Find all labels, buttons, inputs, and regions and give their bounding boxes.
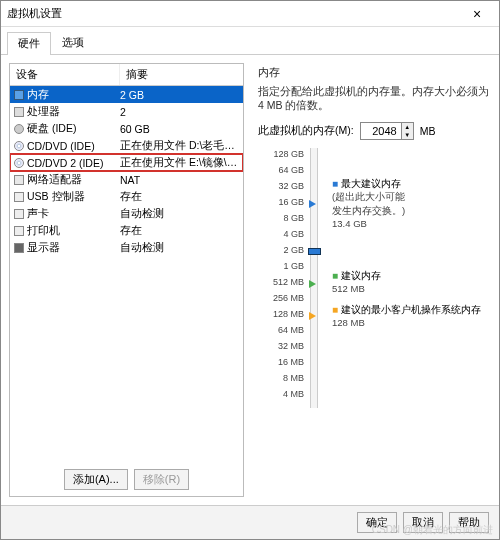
memory-spinner[interactable]: ▲ ▼ — [360, 122, 414, 140]
label-recommended: ■ 建议内存 512 MB — [332, 269, 381, 295]
memory-field-row: 此虚拟机的内存(M): ▲ ▼ MB — [258, 122, 491, 140]
memory-unit: MB — [420, 125, 436, 137]
scale-tick: 8 MB — [283, 373, 304, 383]
ok-button[interactable]: 确定 — [357, 512, 397, 533]
col-device: 设备 — [10, 64, 120, 85]
spinner-arrows: ▲ ▼ — [401, 123, 413, 139]
snd-icon — [14, 209, 24, 219]
device-summary: 存在 — [120, 224, 243, 238]
device-summary: 60 GB — [120, 123, 243, 135]
scale-tick: 512 MB — [273, 277, 304, 287]
device-summary: 自动检测 — [120, 241, 243, 255]
tab-bar: 硬件 选项 — [1, 27, 499, 55]
device-name: CD/DVD 2 (IDE) — [27, 157, 103, 169]
marker-recommended-icon — [309, 280, 316, 288]
close-icon[interactable]: × — [461, 6, 493, 22]
vm-settings-window: 虚拟机设置 × 硬件 选项 设备 摘要 内存2 GB处理器2硬盘 (IDE)60… — [0, 0, 500, 540]
memory-input[interactable] — [361, 123, 401, 139]
marker-guest-min-icon — [309, 312, 316, 320]
device-row[interactable]: CD/DVD 2 (IDE)正在使用文件 E:\镜像\XTC_GH... — [10, 154, 243, 171]
label-max: ■ 最大建议内存 (超出此大小可能 发生内存交换。) 13.4 GB — [332, 178, 405, 231]
device-row[interactable]: 声卡自动检测 — [10, 205, 243, 222]
memory-desc: 指定分配给此虚拟机的内存量。内存大小必须为 4 MB 的倍数。 — [258, 84, 491, 112]
cd-icon — [14, 141, 24, 151]
device-name: 打印机 — [27, 224, 60, 238]
cd-icon — [14, 158, 24, 168]
device-summary: 正在使用文件 D:\老毛桃ISO\La... — [120, 139, 243, 153]
window-title: 虚拟机设置 — [7, 6, 461, 21]
memory-scale: 128 GB64 GB32 GB16 GB8 GB4 GB2 GB1 GB512… — [258, 148, 491, 408]
usb-icon — [14, 192, 24, 202]
device-summary: 正在使用文件 E:\镜像\XTC_GH... — [120, 156, 243, 170]
device-summary: 2 GB — [120, 89, 243, 101]
scale-tick: 32 GB — [278, 181, 304, 191]
prn-icon — [14, 226, 24, 236]
device-name: 处理器 — [27, 105, 60, 119]
device-list-panel: 设备 摘要 内存2 GB处理器2硬盘 (IDE)60 GBCD/DVD (IDE… — [9, 63, 244, 497]
memory-panel: 内存 指定分配给此虚拟机的内存量。内存大小必须为 4 MB 的倍数。 此虚拟机的… — [252, 63, 491, 497]
col-summary: 摘要 — [120, 64, 243, 85]
help-button[interactable]: 帮助 — [449, 512, 489, 533]
scale-tick: 32 MB — [278, 341, 304, 351]
device-row[interactable]: USB 控制器存在 — [10, 188, 243, 205]
device-row[interactable]: CD/DVD (IDE)正在使用文件 D:\老毛桃ISO\La... — [10, 137, 243, 154]
device-grid-body: 内存2 GB处理器2硬盘 (IDE)60 GBCD/DVD (IDE)正在使用文… — [10, 86, 243, 463]
device-summary: 自动检测 — [120, 207, 243, 221]
add-device-button[interactable]: 添加(A)... — [64, 469, 128, 490]
device-name: CD/DVD (IDE) — [27, 140, 95, 152]
scale-tick: 8 GB — [283, 213, 304, 223]
tab-options[interactable]: 选项 — [51, 31, 95, 54]
device-row[interactable]: 网络适配器NAT — [10, 171, 243, 188]
scale-tick: 64 MB — [278, 325, 304, 335]
scale-tick: 16 GB — [278, 197, 304, 207]
tab-hardware[interactable]: 硬件 — [7, 32, 51, 55]
spinner-down-icon[interactable]: ▼ — [402, 131, 413, 139]
memory-field-label: 此虚拟机的内存(M): — [258, 124, 354, 138]
device-row[interactable]: 打印机存在 — [10, 222, 243, 239]
memory-heading: 内存 — [258, 65, 491, 80]
device-summary: 存在 — [120, 190, 243, 204]
device-summary: 2 — [120, 106, 243, 118]
device-row[interactable]: 显示器自动检测 — [10, 239, 243, 256]
device-row[interactable]: 内存2 GB — [10, 86, 243, 103]
device-name: 硬盘 (IDE) — [27, 122, 76, 136]
dialog-footer: 确定 取消 帮助 — [1, 505, 499, 539]
marker-max-icon — [309, 200, 316, 208]
scale-tick: 16 MB — [278, 357, 304, 367]
scale-ticks: 128 GB64 GB32 GB16 GB8 GB4 GB2 GB1 GB512… — [258, 148, 310, 408]
device-row[interactable]: 处理器2 — [10, 103, 243, 120]
dialog-body: 设备 摘要 内存2 GB处理器2硬盘 (IDE)60 GBCD/DVD (IDE… — [1, 55, 499, 505]
device-grid-header: 设备 摘要 — [10, 64, 243, 86]
device-name: 声卡 — [27, 207, 49, 221]
scale-tick: 2 GB — [283, 245, 304, 255]
scale-tick: 4 MB — [283, 389, 304, 399]
mem-icon — [14, 90, 24, 100]
device-name: 内存 — [27, 88, 49, 102]
scale-tick: 4 GB — [283, 229, 304, 239]
spinner-up-icon[interactable]: ▲ — [402, 123, 413, 131]
scale-tick: 256 MB — [273, 293, 304, 303]
label-guest-min: ■ 建议的最小客户机操作系统内存 128 MB — [332, 303, 481, 329]
device-name: USB 控制器 — [27, 190, 85, 204]
device-name: 显示器 — [27, 241, 60, 255]
titlebar: 虚拟机设置 × — [1, 1, 499, 27]
scale-bar[interactable] — [310, 148, 318, 408]
remove-device-button[interactable]: 移除(R) — [134, 469, 189, 490]
device-name: 网络适配器 — [27, 173, 82, 187]
net-icon — [14, 175, 24, 185]
device-row[interactable]: 硬盘 (IDE)60 GB — [10, 120, 243, 137]
cpu-icon — [14, 107, 24, 117]
disp-icon — [14, 243, 24, 253]
scale-tick: 128 MB — [273, 309, 304, 319]
device-summary: NAT — [120, 174, 243, 186]
scale-tick: 64 GB — [278, 165, 304, 175]
scale-tick: 128 GB — [273, 149, 304, 159]
scale-labels: ■ 最大建议内存 (超出此大小可能 发生内存交换。) 13.4 GB ■ 建议内… — [318, 148, 491, 408]
device-buttons: 添加(A)... 移除(R) — [10, 463, 243, 496]
scale-tick: 1 GB — [283, 261, 304, 271]
cancel-button[interactable]: 取消 — [403, 512, 443, 533]
disk-icon — [14, 124, 24, 134]
